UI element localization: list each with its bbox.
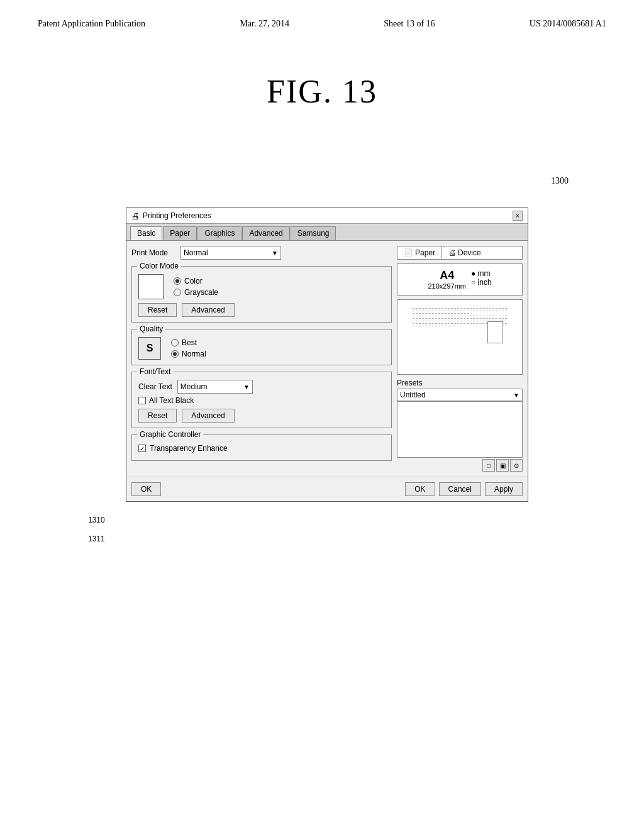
paper-tab[interactable]: 📄 Paper [397,246,442,259]
apply-button[interactable]: Apply [485,482,523,496]
transparency-checkbox[interactable]: ✓ [138,445,146,452]
tab-bar: Basic Paper Graphics Advanced Samsung [126,224,528,241]
left-panel: Print Mode Normal ▼ Color Mode [131,246,392,472]
graphic-controller-label: Graphic Controller [137,430,203,439]
presets-area [397,401,523,458]
color-radio-grayscale[interactable]: Grayscale [174,288,218,297]
unit-group: ● mm ○ inch [471,269,492,287]
header-number: US 2014/0085681 A1 [530,19,606,29]
transparency-enhance-label: Transparency Enhance [150,444,228,453]
color-mode-group: Color Mode Color [131,266,392,323]
presets-select[interactable]: Untitled ▼ [397,389,523,401]
quality-content: S Best Normal [138,337,385,360]
presets-icon-2[interactable]: ▣ [496,459,509,472]
unit-mm-radio[interactable]: ● mm [471,269,491,278]
device-tab[interactable]: 🖨 Device [442,246,487,259]
unit-inch-radio[interactable]: ○ inch [471,278,492,287]
paper-size-main: A4 210x297mm [428,269,466,290]
printer-icon: 🖨 [131,211,140,221]
clear-text-select[interactable]: Medium ▼ [177,380,253,394]
presets-section: Presets Untitled ▼ □ ▣ ⊙ [397,379,523,472]
quality-label: Quality [137,324,165,333]
all-text-black-row[interactable]: All Text Black [138,396,385,405]
tab-graphics[interactable]: Graphics [197,226,242,240]
radio-dot-normal [173,352,177,356]
color-mode-label: Color Mode [137,262,181,270]
color-option-grayscale: Grayscale [184,288,218,297]
quality-radio-best[interactable]: Best [171,338,206,347]
dialog-body: Print Mode Normal ▼ Color Mode [126,241,528,477]
color-btn-row: Reset Advanced [138,303,385,317]
quality-radio-group: Best Normal [171,338,206,358]
annotation-1311: 1311 [88,534,105,543]
font-text-row: Clear Text Medium ▼ [138,380,385,394]
paper-info: A4 210x297mm ● mm ○ inch [397,263,523,296]
presets-icon-1[interactable]: □ [482,459,495,472]
device-tab-icon: 🖨 [448,248,456,257]
presets-value: Untitled [400,390,426,399]
clear-text-value: Medium [180,382,208,391]
print-mode-select[interactable]: Normal ▼ [180,246,281,260]
color-radio-color[interactable]: Color [174,277,218,285]
footer-right: OK Cancel Apply [405,482,523,496]
paper-preview [397,299,523,375]
quality-best: Best [182,338,197,347]
unit-mm-label: ● mm [471,269,491,278]
color-advanced-button[interactable]: Advanced [182,303,234,317]
font-text-btn-row: Reset Advanced [138,409,385,423]
radio-circle-best [171,339,179,346]
device-tab-label: Device [458,248,481,257]
quality-radio-normal[interactable]: Normal [171,350,206,358]
dot-line-5 [413,318,507,319]
quality-normal: Normal [182,350,206,358]
unit-inch-label: ○ inch [471,278,492,287]
graphic-controller-group: Graphic Controller ✓ Transparency Enhanc… [131,434,392,461]
clear-text-label: Clear Text [138,382,172,391]
tab-samsung[interactable]: Samsung [291,226,336,240]
tab-advanced[interactable]: Advanced [242,226,289,240]
color-reset-button[interactable]: Reset [138,303,177,317]
cancel-button[interactable]: Cancel [439,482,481,496]
figure-number: 1300 [551,176,569,186]
print-mode-value: Normal [184,248,208,257]
ok-left-button[interactable]: OK [131,482,161,496]
presets-label: Presets [397,379,523,387]
header-left: Patent Application Publication [38,19,145,29]
inner-preview-box [487,321,503,343]
quality-group: Quality S Best No [131,329,392,365]
footer-left: OK [131,482,161,496]
paper-preview-content [410,306,509,368]
patent-header: Patent Application Publication Mar. 27, … [0,0,644,35]
paper-tab-icon: 📄 [404,248,413,257]
transparency-row: ✓ Transparency Enhance [138,444,385,453]
color-preview-box [138,274,164,299]
dot-line-4 [413,316,507,316]
close-button[interactable]: × [513,211,523,221]
dialog-title: Printing Preferences [143,211,211,220]
all-text-black-checkbox[interactable] [138,397,146,404]
title-bar-text: 🖨 Printing Preferences [131,211,211,221]
print-mode-row: Print Mode Normal ▼ [131,246,392,260]
presets-icon-3[interactable]: ⊙ [510,459,523,472]
header-date: Mar. 27, 2014 [240,19,289,29]
right-panel: 📄 Paper 🖨 Device A4 210x297mm [397,246,523,472]
tab-basic[interactable]: Basic [130,226,162,240]
radio-circle-color [174,277,181,285]
annotation-1310: 1310 [88,516,105,524]
ok-right-button[interactable]: OK [405,482,435,496]
print-mode-label: Print Mode [131,248,175,257]
figure-title: FIG. 13 [0,73,644,110]
printing-preferences-dialog: 🖨 Printing Preferences × Basic Paper Gra… [126,208,528,502]
dot-line-2 [413,311,507,311]
paper-size-value: A4 [428,269,466,282]
tab-paper[interactable]: Paper [163,226,197,240]
dot-line-1 [413,308,507,309]
presets-icons: □ ▣ ⊙ [397,459,523,472]
dot-line-3 [413,313,469,314]
dot-line-8 [413,326,450,326]
font-reset-button[interactable]: Reset [138,409,177,423]
font-advanced-button[interactable]: Advanced [182,409,234,423]
all-text-black-label: All Text Black [149,396,194,405]
presets-arrow-icon: ▼ [513,392,519,399]
dialog-footer: OK OK Cancel Apply [126,477,528,501]
